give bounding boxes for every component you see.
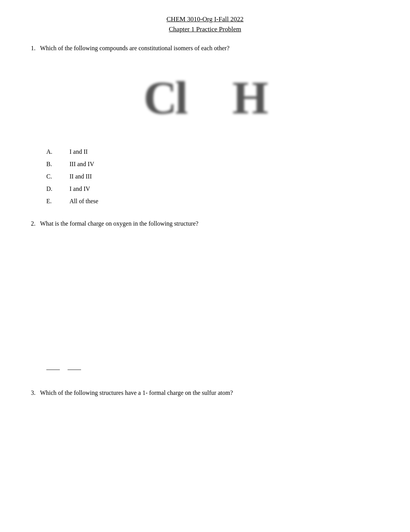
molecule-cl-symbol: Cl bbox=[144, 71, 186, 125]
choice-a-letter: A. bbox=[46, 148, 69, 155]
answer-choices-q1: A. I and II B. III and IV C. II and III … bbox=[46, 148, 387, 205]
question-3-text: 3. Which of the following structures hav… bbox=[31, 389, 387, 396]
page-marks-area bbox=[46, 366, 387, 370]
mark-line-2 bbox=[68, 369, 81, 370]
question-3-number: 3. bbox=[31, 389, 36, 396]
choice-a-text: I and II bbox=[69, 148, 88, 155]
question-1-number: 1. bbox=[31, 45, 36, 51]
choice-b-letter: B. bbox=[46, 161, 69, 168]
question-2-structure-area bbox=[23, 235, 387, 351]
choice-e-text: All of these bbox=[69, 198, 98, 205]
choice-e: E. All of these bbox=[46, 198, 387, 205]
choice-e-letter: E. bbox=[46, 198, 69, 205]
choice-a: A. I and II bbox=[46, 148, 387, 155]
question-2-number: 2. bbox=[31, 220, 36, 227]
page-header: CHEM 3010-Org I-Fall 2022 Chapter 1 Prac… bbox=[23, 15, 387, 33]
choice-b-text: III and IV bbox=[69, 161, 94, 168]
choice-d: D. I and IV bbox=[46, 185, 387, 192]
choice-d-text: I and IV bbox=[69, 185, 90, 192]
question-2-block: 2. What is the formal charge on oxygen i… bbox=[23, 220, 387, 351]
question-3-body: Which of the following structures have a… bbox=[40, 389, 233, 396]
question-2-body: What is the formal charge on oxygen in t… bbox=[40, 220, 198, 227]
choice-c-text: II and III bbox=[69, 173, 92, 180]
molecule-display-area: Cl H bbox=[23, 63, 387, 133]
question-1-block: 1. Which of the following compounds are … bbox=[23, 45, 387, 205]
question-3-block: 3. Which of the following structures hav… bbox=[23, 389, 387, 396]
choice-b: B. III and IV bbox=[46, 161, 387, 168]
question-1-body: Which of the following compounds are con… bbox=[40, 45, 230, 51]
bottom-marks bbox=[46, 366, 387, 370]
mark-line-1 bbox=[46, 369, 60, 370]
course-title: CHEM 3010-Org I-Fall 2022 bbox=[23, 15, 387, 23]
molecule-h-symbol: H bbox=[232, 71, 266, 125]
choice-c-letter: C. bbox=[46, 173, 69, 180]
choice-d-letter: D. bbox=[46, 185, 69, 192]
choice-c: C. II and III bbox=[46, 173, 387, 180]
question-2-text: 2. What is the formal charge on oxygen i… bbox=[31, 220, 387, 227]
chapter-title: Chapter 1 Practice Problem bbox=[23, 25, 387, 33]
question-1-text: 1. Which of the following compounds are … bbox=[31, 45, 387, 52]
